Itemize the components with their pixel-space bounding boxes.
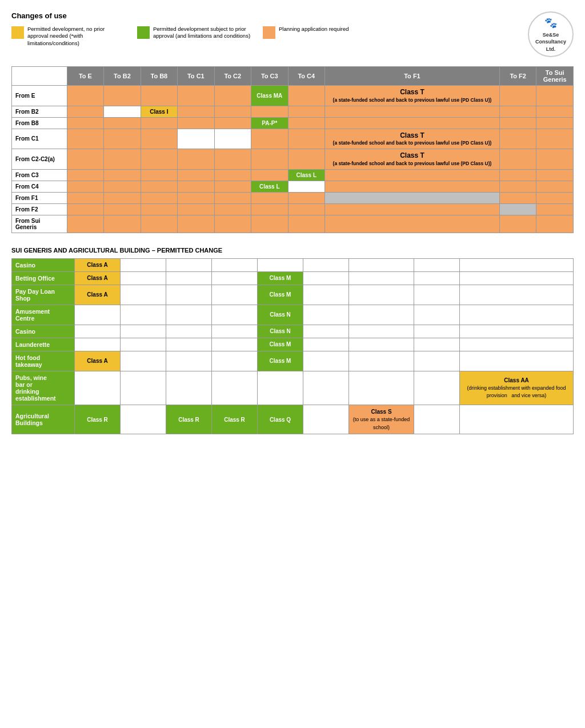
- sui-cell-payday-2: [121, 285, 166, 305]
- class-t-name: Class T: [327, 88, 498, 97]
- cell-c3-to-c1: [178, 169, 214, 181]
- sui-cell-amusement-2: [121, 305, 166, 325]
- cell-f1-to-c2: [214, 192, 251, 203]
- cell-b2-to-c3: [251, 106, 288, 117]
- sui-label-hotfood: Hot foodtakeaway: [12, 351, 75, 371]
- sui-cell-laund-5: Class M: [258, 338, 303, 351]
- sui-row-amusement: AmusementCentre Class N: [12, 305, 574, 325]
- sui-cell-agri-7: Class S(to use as a state-funded school): [349, 405, 414, 434]
- sui-cell-pubs-4: [212, 371, 258, 405]
- sui-cell-payday-4: [212, 285, 258, 305]
- cell-c3-to-b8: [141, 169, 177, 181]
- legend-item-yellow: Permitted development, no prior approval…: [11, 26, 126, 47]
- row-label-from-b2: From B2: [12, 106, 67, 117]
- sui-cell-agri-3: Class R: [166, 405, 212, 434]
- sui-cell-amusement-8: [414, 305, 460, 325]
- sui-cell-amusement-1: [75, 305, 121, 325]
- sui-cell-casino2-5: Class N: [258, 325, 303, 338]
- sui-cell-hotfood-7: [349, 351, 414, 371]
- cell-b8-to-c4: [288, 117, 324, 129]
- cell-c1-to-sui: [536, 129, 574, 149]
- sui-cell-hotfood-5: Class M: [258, 351, 303, 371]
- cell-b2-to-c4: [288, 106, 324, 117]
- sui-cell-casino-7: [349, 258, 414, 271]
- sui-cell-pubs-7: [349, 371, 414, 405]
- sui-cell-agri-8: [414, 405, 460, 434]
- col-header-to-b8: To B8: [141, 67, 177, 86]
- sui-cell-betting-6: [303, 271, 349, 285]
- cell-f2-to-b8: [141, 203, 177, 215]
- cell-sui-to-c4: [288, 215, 324, 233]
- cell-f1-to-b2: [104, 192, 141, 203]
- cell-c1-to-f1: Class T (a state-funded school and back …: [324, 129, 499, 149]
- cell-c3-to-c3: [251, 169, 288, 181]
- sui-label-agricultural: AgriculturalBuildings: [12, 405, 75, 434]
- col-header-to-c1: To C1: [178, 67, 214, 86]
- row-label-from-b8: From B8: [12, 117, 67, 129]
- sui-section-title: SUI GENERIS AND AGRICULTURAL BUILDING – …: [11, 247, 574, 254]
- table-row-from-c1: From C1 Class T (a state-funded school a…: [12, 129, 574, 149]
- sui-cell-laund-1: [75, 338, 121, 351]
- sui-cell-agri-6: [303, 405, 349, 434]
- cell-f1-to-sui: [536, 192, 574, 203]
- cell-c1-to-c1: [178, 129, 214, 149]
- sui-cell-casino-3: [166, 258, 212, 271]
- cell-c3-to-f2: [499, 169, 536, 181]
- table-row-from-c4: From C4 Class L: [12, 181, 574, 192]
- sui-cell-casino2-3: [166, 325, 212, 338]
- cell-c1-to-c2: [214, 129, 251, 149]
- cell-f2-to-f2: [499, 203, 536, 215]
- cell-e-to-e: [67, 86, 103, 106]
- cell-f2-to-c4: [288, 203, 324, 215]
- cell-sui-to-c2: [214, 215, 251, 233]
- sui-cell-betting-1: Class A: [75, 271, 121, 285]
- cell-c3-to-c2: [214, 169, 251, 181]
- sui-cell-pubs-2: [121, 371, 166, 405]
- sui-label-casino: Casino: [12, 258, 75, 271]
- cell-b2-to-f2: [499, 106, 536, 117]
- cell-f1-to-c3: [251, 192, 288, 203]
- sui-cell-casino2-7: [349, 325, 414, 338]
- sui-cell-hotfood-1: Class A: [75, 351, 121, 371]
- cell-b2-to-b8: Class I: [141, 106, 177, 117]
- cell-e-to-c3: Class MA: [251, 86, 288, 106]
- sui-cell-casino2-6: [303, 325, 349, 338]
- sui-cell-laund-2: [121, 338, 166, 351]
- cell-b2-to-e: [67, 106, 103, 117]
- table-row-from-c2: From C2-C2(a) Class T (a state-funded sc…: [12, 149, 574, 170]
- cell-f1-to-c1: [178, 192, 214, 203]
- col-header-to-e: To E: [67, 67, 103, 86]
- sui-cell-amusement-3: [166, 305, 212, 325]
- cell-b8-to-f1: [324, 117, 499, 129]
- sui-row-betting: Betting Office Class A Class M: [12, 271, 574, 285]
- main-table: To E To B2 To B8 To C1 To C2 To C3 To C4…: [11, 66, 574, 233]
- cell-c4-to-c2: [214, 181, 251, 192]
- logo: 🐾 Se&Se Consultancy Ltd.: [528, 11, 574, 57]
- cell-c3-to-e: [67, 169, 103, 181]
- sui-label-pubs: Pubs, winebar ordrinkingestablishment: [12, 371, 75, 405]
- sui-cell-betting-9: [460, 271, 574, 285]
- legend-item-green: Permitted development subject to prior a…: [137, 26, 251, 40]
- sui-cell-casino2-8: [414, 325, 460, 338]
- sui-cell-betting-2: [121, 271, 166, 285]
- cell-c1-to-b2: [104, 129, 141, 149]
- cell-b8-to-sui: [536, 117, 574, 129]
- sui-cell-payday-5: Class M: [258, 285, 303, 305]
- sui-cell-casino-9: [460, 258, 574, 271]
- cell-c1-to-c4: [288, 129, 324, 149]
- row-label-from-e: From E: [12, 86, 67, 106]
- sui-cell-payday-9: [460, 285, 574, 305]
- sui-cell-agri-5: Class Q: [258, 405, 303, 434]
- cell-c4-to-f2: [499, 181, 536, 192]
- table-row-from-b2: From B2 Class I: [12, 106, 574, 117]
- row-label-from-c4: From C4: [12, 181, 67, 192]
- sui-cell-hotfood-8: [414, 351, 460, 371]
- cell-sui-to-f2: [499, 215, 536, 233]
- cell-c4-to-b2: [104, 181, 141, 192]
- table-row-from-c3: From C3 Class L: [12, 169, 574, 181]
- sui-row-agricultural: AgriculturalBuildings Class R Class R Cl…: [12, 405, 574, 434]
- sui-cell-pubs-6: [303, 371, 349, 405]
- cell-b8-to-b2: [104, 117, 141, 129]
- cell-sui-to-f1: [324, 215, 499, 233]
- cell-sui-to-c3: [251, 215, 288, 233]
